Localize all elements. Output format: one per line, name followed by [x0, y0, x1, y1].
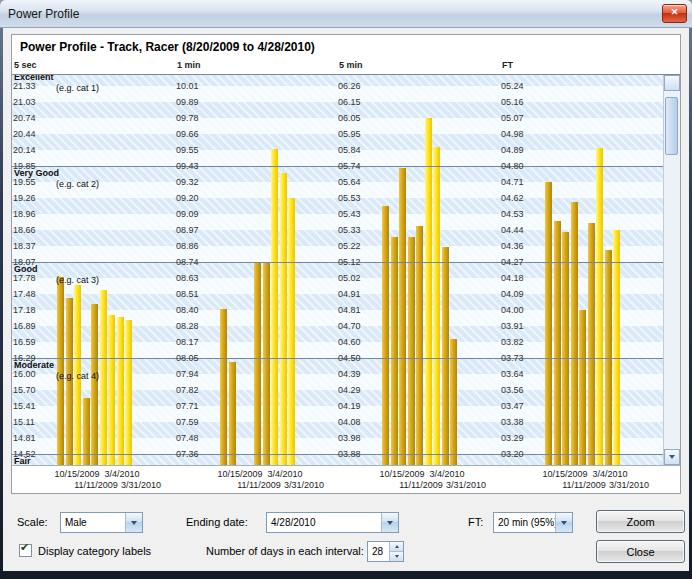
y-tick: 03.88 [338, 450, 361, 459]
y-tick: 09.09 [176, 210, 199, 219]
y-tick: 08.17 [176, 338, 199, 347]
y-tick: 04.98 [501, 130, 524, 139]
category-sublabel: (e.g. cat 3) [56, 276, 99, 285]
bar [425, 118, 432, 465]
y-tick: 04.89 [501, 146, 524, 155]
x-axis-date-label: 3/4/2010 [267, 469, 302, 479]
y-tick: 15.70 [13, 386, 36, 395]
bar [408, 237, 415, 465]
bar [220, 309, 227, 465]
y-tick: 09.43 [176, 162, 199, 171]
ft-select[interactable]: 20 min (95%) [493, 512, 573, 533]
column-header: 1 min [177, 60, 201, 70]
y-tick: 04.50 [338, 354, 361, 363]
y-tick: 16.89 [13, 322, 36, 331]
scale-dropdown-arrow-icon[interactable] [125, 513, 142, 532]
y-tick: 20.14 [13, 146, 36, 155]
ending-date-select[interactable]: 4/28/2010 [266, 512, 399, 533]
scrollbar-down-button[interactable] [664, 449, 680, 465]
zoom-button[interactable]: Zoom [596, 510, 685, 533]
window-title: Power Profile [8, 7, 79, 21]
y-tick: 04.08 [338, 418, 361, 427]
column-headers-row: 5 sec1 min5 minFT [12, 59, 680, 75]
x-axis-date-label: 11/11/2009 [74, 480, 118, 490]
y-tick: 04.36 [501, 242, 524, 251]
y-tick: 16.00 [13, 370, 36, 379]
y-tick: 04.60 [338, 338, 361, 347]
bar [254, 262, 261, 465]
scrollbar-up-button[interactable] [664, 75, 680, 91]
ft-dropdown-arrow-icon[interactable] [555, 513, 572, 532]
ending-date-value: 4/28/2010 [271, 517, 316, 528]
bar [554, 221, 561, 465]
interval-days-label: Number of days in each interval: [206, 545, 364, 557]
x-axis-date-label: 10/15/2009 [542, 469, 587, 479]
spinner-down-icon [395, 555, 399, 558]
spinner-up-button[interactable] [390, 542, 403, 552]
y-tick: 07.94 [176, 370, 199, 379]
y-tick: 20.74 [13, 114, 36, 123]
bar [280, 173, 287, 465]
y-tick: 06.26 [338, 82, 361, 91]
y-tick: 08.86 [176, 242, 199, 251]
scale-select[interactable]: Male [60, 512, 143, 533]
y-tick: 05.84 [338, 146, 361, 155]
column-header: 5 min [339, 60, 363, 70]
close-window-button[interactable]: ✕ [662, 4, 687, 23]
checkmark-icon: ✔ [20, 541, 29, 554]
bar [442, 247, 449, 465]
x-axis-date-label: 3/4/2010 [592, 469, 627, 479]
display-category-labels-label[interactable]: Display category labels [38, 545, 151, 557]
x-axis-date-label: 3/31/2010 [446, 480, 486, 490]
x-axis-date-label: 11/11/2009 [562, 480, 606, 490]
y-tick: 03.56 [501, 386, 524, 395]
y-tick: 05.74 [338, 162, 361, 171]
y-tick: 18.96 [13, 210, 36, 219]
y-tick: 08.63 [176, 274, 199, 283]
y-tick: 07.82 [176, 386, 199, 395]
y-tick: 04.70 [338, 322, 361, 331]
y-tick: 03.20 [501, 450, 524, 459]
scale-label: Scale: [17, 516, 48, 528]
ending-date-dropdown-arrow-icon[interactable] [381, 513, 398, 532]
bar [596, 148, 603, 465]
category-label: Fair [14, 457, 31, 465]
y-tick: 04.53 [501, 210, 524, 219]
y-tick: 20.44 [13, 130, 36, 139]
y-tick: 04.62 [501, 194, 524, 203]
y-tick: 09.20 [176, 194, 199, 203]
y-tick: 03.73 [501, 354, 524, 363]
ft-label: FT: [468, 516, 483, 528]
spinner-up-icon [395, 545, 399, 548]
close-button[interactable]: Close [596, 540, 685, 563]
category-label: Good [14, 265, 38, 274]
ending-date-label: Ending date: [186, 516, 248, 528]
y-tick: 08.74 [176, 258, 199, 267]
y-tick: 04.71 [501, 178, 524, 187]
display-category-labels-checkbox[interactable]: ✔ [19, 544, 32, 557]
y-tick: 14.81 [13, 434, 36, 443]
y-tick: 08.97 [176, 226, 199, 235]
y-tick: 05.07 [501, 114, 524, 123]
scrollbar-thumb[interactable] [665, 97, 678, 155]
y-tick: 17.48 [13, 290, 36, 299]
y-tick: 09.78 [176, 114, 199, 123]
y-tick: 05.64 [338, 178, 361, 187]
bar [399, 168, 406, 465]
y-tick: 08.05 [176, 354, 199, 363]
y-tick: 04.00 [501, 306, 524, 315]
bar [125, 320, 132, 465]
x-axis-date-label: 3/31/2010 [609, 480, 649, 490]
spinner-down-button[interactable] [390, 552, 403, 561]
y-tick: 07.36 [176, 450, 199, 459]
title-bar[interactable]: Power Profile ✕ [0, 0, 692, 28]
y-tick: 03.47 [501, 402, 524, 411]
x-axis-date-label: 3/31/2010 [121, 480, 161, 490]
y-tick: 03.91 [501, 322, 524, 331]
bar [588, 223, 595, 465]
y-tick: 04.27 [501, 258, 524, 267]
interval-days-spinner[interactable]: 28 [367, 541, 404, 562]
y-tick: 04.18 [501, 274, 524, 283]
vertical-scrollbar[interactable] [663, 75, 680, 465]
column-header: FT [502, 60, 513, 70]
